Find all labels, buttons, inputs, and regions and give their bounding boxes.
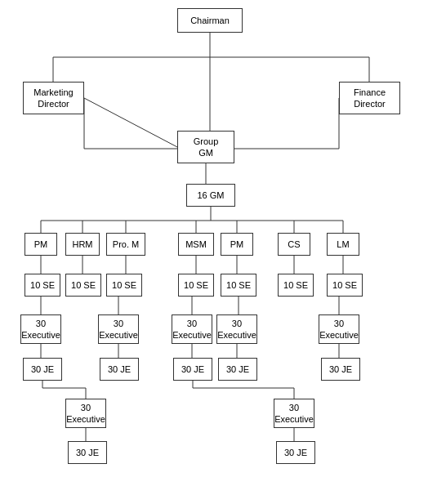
node-je4: 30 JE bbox=[173, 358, 212, 381]
node-exec3: 30Executive bbox=[98, 314, 139, 344]
node-marketing_director: MarketingDirector bbox=[23, 82, 84, 114]
node-exec5: 30Executive bbox=[216, 314, 257, 344]
node-exec4b: 30Executive bbox=[274, 399, 314, 428]
node-exec1: 30Executive bbox=[20, 314, 61, 344]
node-pm2: PM bbox=[221, 233, 253, 256]
node-pm1: PM bbox=[25, 233, 57, 256]
node-chairman: Chairman bbox=[177, 8, 243, 33]
node-gm16: 16 GM bbox=[186, 184, 235, 207]
node-je1b: 30 JE bbox=[68, 441, 107, 464]
node-prom: Pro. M bbox=[106, 233, 145, 256]
node-se7: 10 SE bbox=[327, 274, 363, 297]
node-se6: 10 SE bbox=[278, 274, 314, 297]
node-msm: MSM bbox=[178, 233, 214, 256]
node-exec4: 30Executive bbox=[172, 314, 212, 344]
node-se2: 10 SE bbox=[65, 274, 101, 297]
node-cs: CS bbox=[278, 233, 310, 256]
node-exec1b: 30Executive bbox=[65, 399, 106, 428]
node-je3: 30 JE bbox=[100, 358, 139, 381]
svg-line-5 bbox=[84, 98, 177, 147]
node-je6: 30 JE bbox=[321, 358, 360, 381]
node-je4b: 30 JE bbox=[276, 441, 315, 464]
node-se3: 10 SE bbox=[106, 274, 142, 297]
node-finance_director: FinanceDirector bbox=[339, 82, 400, 114]
node-je5: 30 JE bbox=[218, 358, 257, 381]
node-se5: 10 SE bbox=[221, 274, 256, 297]
node-hrm: HRM bbox=[65, 233, 100, 256]
org-chart: ChairmanMarketingDirectorFinanceDirector… bbox=[0, 0, 437, 16]
node-lm: LM bbox=[327, 233, 359, 256]
node-je1: 30 JE bbox=[23, 358, 62, 381]
node-se4: 10 SE bbox=[178, 274, 214, 297]
node-se1: 10 SE bbox=[25, 274, 60, 297]
node-exec6: 30Executive bbox=[319, 314, 359, 344]
node-group_gm: GroupGM bbox=[177, 131, 234, 163]
